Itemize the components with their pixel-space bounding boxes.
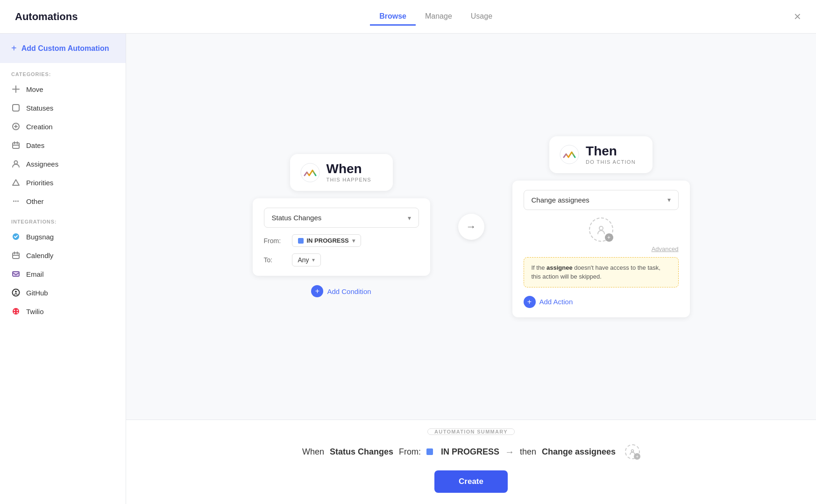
svg-point-10 — [15, 291, 17, 293]
sidebar-item-bugsnag[interactable]: Bugsnag — [0, 227, 126, 246]
github-icon — [11, 288, 21, 297]
when-title: When — [326, 162, 372, 175]
add-custom-automation-label: Add Custom Automation — [21, 44, 109, 53]
arrow-icon: → — [466, 221, 476, 233]
summary-status-dot — [426, 448, 433, 455]
sidebar-item-label: Creation — [26, 123, 53, 131]
sidebar-item-creation[interactable]: Creation — [0, 117, 126, 136]
sidebar-item-other[interactable]: Other — [0, 192, 126, 210]
warning-bold: assignee — [546, 264, 573, 271]
summary-status-value: IN PROGRESS — [441, 447, 499, 457]
sidebar-item-email[interactable]: Email — [0, 265, 126, 283]
sidebar-item-assignees[interactable]: Assignees — [0, 154, 126, 173]
sidebar-item-label: Bugsnag — [26, 233, 54, 241]
summary-assignee-placeholder: + — [625, 444, 640, 459]
then-header-card: Then DO THIS ACTION — [549, 136, 653, 173]
advanced-link[interactable]: Advanced — [524, 245, 679, 252]
sidebar-item-github[interactable]: GitHub — [0, 283, 126, 302]
when-dropdown-card: Status Changes ▾ From: IN PROGRESS ▾ — [253, 198, 430, 276]
warning-box: If the assignee doesn't have access to t… — [524, 257, 679, 287]
trigger-dropdown[interactable]: Status Changes ▾ — [264, 208, 419, 228]
from-row: From: IN PROGRESS ▾ — [264, 228, 419, 247]
statuses-icon — [11, 103, 21, 112]
priorities-icon — [11, 178, 21, 187]
sidebar-item-label: Calendly — [26, 252, 53, 259]
svg-point-6 — [17, 201, 19, 202]
person-icon — [596, 224, 606, 235]
sidebar-item-move[interactable]: Move — [0, 80, 126, 98]
sidebar-item-dates[interactable]: Dates — [0, 136, 126, 154]
svg-point-11 — [13, 308, 19, 315]
calendly-icon — [11, 251, 21, 260]
to-row: To: Any ▾ — [264, 247, 419, 266]
when-subtitle: THIS HAPPENS — [326, 177, 372, 182]
svg-rect-8 — [13, 272, 19, 276]
svg-point-18 — [599, 226, 603, 230]
chevron-down-icon-any: ▾ — [312, 257, 315, 263]
content-area: When THIS HAPPENS Status Changes ▾ From: — [126, 34, 816, 504]
close-button[interactable]: × — [794, 9, 801, 24]
sidebar-item-calendly[interactable]: Calendly — [0, 246, 126, 265]
header-tabs: Browse Manage Usage — [370, 8, 502, 25]
sidebar-item-label: GitHub — [26, 289, 48, 297]
from-status-label: IN PROGRESS — [307, 237, 349, 244]
sidebar-item-label: Other — [26, 197, 44, 205]
svg-point-12 — [14, 310, 15, 311]
assignee-circle[interactable]: + — [589, 217, 613, 242]
bugsnag-icon — [11, 232, 21, 241]
sidebar-item-priorities[interactable]: Priorities — [0, 173, 126, 192]
from-status-badge[interactable]: IN PROGRESS ▾ — [292, 234, 361, 247]
svg-point-16 — [301, 163, 319, 182]
summary-from: From: — [399, 447, 421, 457]
add-condition-button[interactable]: + Add Condition — [311, 283, 371, 299]
summary-assignee-plus-icon: + — [634, 453, 640, 460]
chevron-down-icon: ▾ — [408, 214, 411, 222]
creation-icon — [11, 122, 21, 131]
sidebar-item-label: Move — [26, 85, 43, 93]
trigger-label: Status Changes — [272, 214, 322, 222]
create-button[interactable]: Create — [434, 470, 508, 493]
sidebar-item-label: Priorities — [26, 179, 53, 187]
add-action-button[interactable]: + Add Action — [524, 289, 573, 308]
tab-manage[interactable]: Manage — [416, 8, 461, 26]
when-title-block: When THIS HAPPENS — [326, 162, 372, 182]
arrow-connector: → — [458, 214, 484, 240]
svg-point-14 — [14, 312, 15, 314]
svg-point-4 — [13, 201, 14, 202]
chevron-down-icon-small: ▾ — [352, 238, 355, 244]
add-custom-automation-button[interactable]: + Add Custom Automation — [0, 34, 126, 63]
twilio-icon — [11, 307, 21, 316]
add-action-label: Add Action — [539, 298, 573, 306]
action-dropdown[interactable]: Change assignees ▾ — [524, 190, 679, 210]
sidebar-item-label: Dates — [26, 141, 44, 149]
summary-bar: AUTOMATION SUMMARY When Status Changes F… — [126, 420, 816, 504]
add-action-circle-icon: + — [524, 296, 536, 308]
sidebar-item-label: Email — [26, 270, 44, 278]
svg-point-19 — [632, 450, 634, 452]
summary-change-assignees: Change assignees — [542, 447, 616, 457]
summary-arrow-icon: → — [505, 447, 514, 457]
main-layout: + Add Custom Automation CATEGORIES: Move… — [0, 34, 816, 504]
summary-label-row: AUTOMATION SUMMARY — [427, 420, 515, 435]
sidebar-item-twilio[interactable]: Twilio — [0, 302, 126, 321]
integrations-label: INTEGRATIONS: — [0, 210, 126, 227]
then-trigger-wrapper: Then DO THIS ACTION Change assignees ▾ — [512, 136, 690, 317]
svg-point-13 — [17, 310, 18, 311]
summary-content: When Status Changes From: IN PROGRESS → … — [284, 435, 659, 469]
to-any-dropdown[interactable]: Any ▾ — [292, 253, 321, 266]
sidebar-item-label: Twilio — [26, 308, 44, 315]
assignees-icon — [11, 159, 21, 168]
to-any-label: Any — [298, 256, 309, 264]
tab-usage[interactable]: Usage — [461, 8, 502, 26]
summary-then: then — [520, 447, 536, 457]
svg-point-15 — [17, 312, 18, 314]
other-icon — [11, 196, 21, 206]
to-label: To: — [264, 256, 286, 264]
svg-point-3 — [14, 161, 18, 164]
summary-when: When — [302, 447, 324, 457]
tab-browse[interactable]: Browse — [370, 8, 416, 26]
from-label: From: — [264, 237, 286, 245]
sidebar-item-statuses[interactable]: Statuses — [0, 98, 126, 117]
add-condition-circle-icon: + — [311, 285, 323, 297]
header: Automations Browse Manage Usage × — [0, 0, 816, 34]
